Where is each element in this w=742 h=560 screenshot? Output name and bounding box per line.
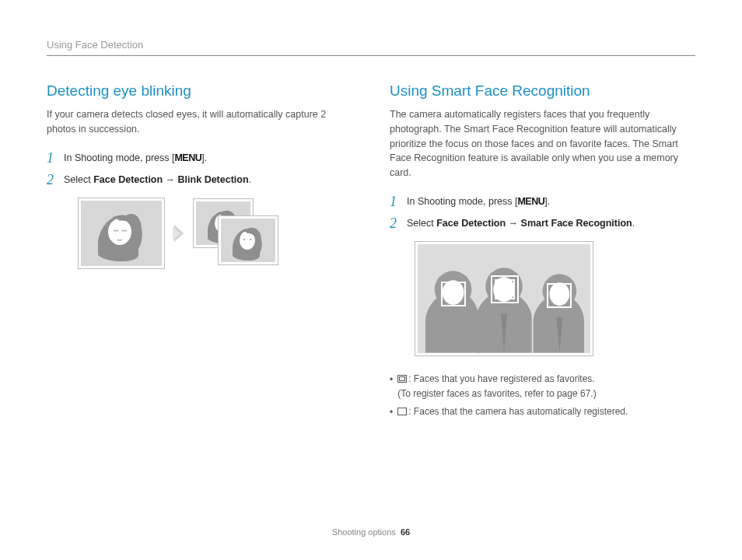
section-title-smart: Using Smart Face Recognition	[390, 82, 695, 100]
face-rect-single-icon	[547, 283, 572, 308]
breadcrumb: Using Face Detection	[47, 39, 695, 56]
menu-path-item: Face Detection	[436, 218, 506, 229]
arrow-icon: →	[506, 218, 520, 229]
step-number-icon: 1	[390, 194, 401, 208]
text-fragment: In Shooting mode, press [	[407, 196, 517, 207]
text-fragment: ].	[544, 196, 550, 207]
menu-button-label: MENU	[174, 152, 201, 163]
page-number: 66	[401, 527, 410, 537]
illustration-blink	[78, 198, 352, 269]
legend-text: : Faces that you have registered as favo…	[397, 372, 596, 401]
step-number-icon: 2	[47, 173, 58, 187]
step-1-right-text: In Shooting mode, press [MENU].	[407, 194, 550, 207]
step-2-left: 2 Select Face Detection → Blink Detectio…	[47, 173, 352, 187]
group-photo-icon	[418, 244, 590, 353]
text-fragment: ].	[201, 152, 207, 163]
face-rect-single-icon	[441, 282, 466, 306]
single-square-icon	[397, 408, 407, 415]
svg-point-7	[250, 239, 251, 240]
step-number-icon: 2	[390, 216, 401, 230]
photo-frame	[218, 215, 278, 265]
legend-item-auto: • : Faces that the camera has automatica…	[390, 404, 695, 420]
arrow-icon: →	[163, 174, 177, 185]
chevron-right-icon	[173, 223, 185, 243]
legend-list: • : Faces that you have registered as fa…	[390, 372, 695, 421]
menu-path-item: Smart Face Recognition	[521, 218, 632, 229]
bullet-icon: •	[390, 372, 393, 401]
text-fragment: Select	[407, 218, 436, 229]
portrait-icon	[221, 219, 275, 262]
illustration-group-frame	[415, 241, 593, 356]
step-2-right: 2 Select Face Detection → Smart Face Rec…	[390, 216, 695, 230]
legend-text: : Faces that the camera has automaticall…	[397, 404, 628, 420]
footer-section-label: Shooting options	[332, 527, 396, 537]
text-fragment: (To register faces as favorites, refer t…	[397, 388, 596, 399]
text-fragment: : Faces that you have registered as favo…	[408, 373, 594, 384]
bullet-icon: •	[390, 404, 393, 420]
right-column: Using Smart Face Recognition The camera …	[390, 82, 695, 423]
intro-blink: If your camera detects closed eyes, it w…	[47, 107, 352, 137]
intro-smart: The camera automatically registers faces…	[390, 107, 695, 180]
page-footer: Shooting options 66	[0, 527, 742, 537]
photo-stack	[193, 198, 278, 268]
step-2-left-text: Select Face Detection → Blink Detection.	[64, 173, 251, 185]
step-1-right: 1 In Shooting mode, press [MENU].	[390, 194, 695, 208]
menu-path-item: Face Detection	[93, 174, 163, 185]
double-square-icon	[397, 375, 407, 383]
step-number-icon: 1	[47, 151, 58, 165]
svg-point-1	[108, 219, 131, 245]
portrait-closed-eyes-icon	[81, 201, 162, 266]
menu-path-item: Blink Detection	[178, 174, 249, 185]
section-title-blink: Detecting eye blinking	[47, 82, 352, 100]
face-rect-double-icon	[491, 275, 519, 303]
text-fragment: .	[249, 174, 251, 185]
photo-frame	[78, 198, 165, 269]
text-fragment: Select	[64, 174, 93, 185]
text-fragment: In Shooting mode, press [	[64, 152, 174, 163]
svg-point-6	[243, 239, 245, 240]
text-fragment: : Faces that the camera has automaticall…	[408, 406, 628, 417]
legend-item-favorite: • : Faces that you have registered as fa…	[390, 372, 695, 401]
step-1-left-text: In Shooting mode, press [MENU].	[64, 151, 207, 163]
text-fragment: .	[632, 218, 635, 229]
content-columns: Detecting eye blinking If your camera de…	[47, 82, 695, 423]
left-column: Detecting eye blinking If your camera de…	[47, 82, 352, 423]
step-1-left: 1 In Shooting mode, press [MENU].	[47, 151, 352, 165]
step-2-right-text: Select Face Detection → Smart Face Recog…	[407, 216, 635, 229]
menu-button-label: MENU	[517, 196, 544, 207]
